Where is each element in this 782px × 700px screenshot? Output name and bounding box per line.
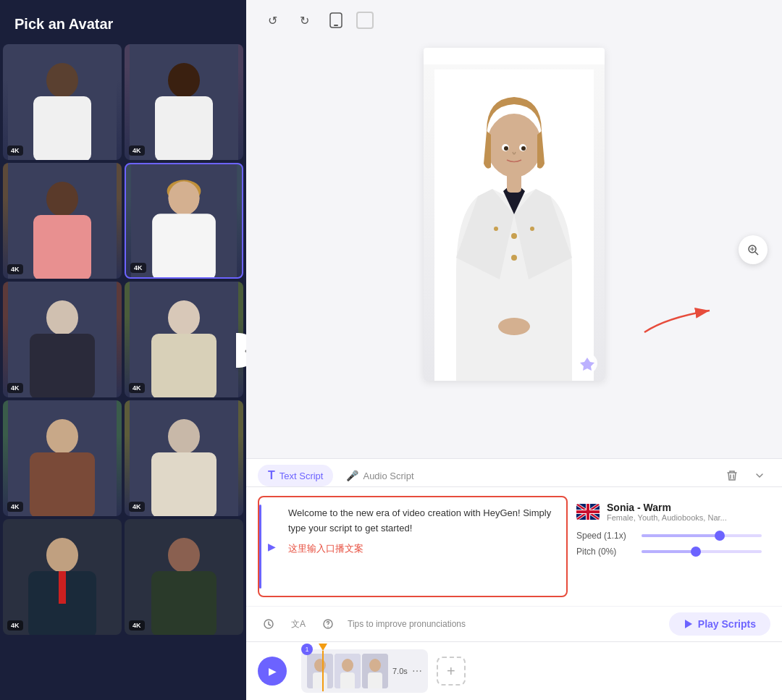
preview-canvas — [246, 41, 782, 458]
svg-rect-25 — [151, 452, 216, 516]
undo-button[interactable]: ↺ — [261, 9, 284, 32]
history-button[interactable] — [258, 613, 279, 635]
avatar-figure — [126, 164, 242, 277]
svg-rect-32 — [151, 571, 216, 635]
avatar-badge-7: 4K — [7, 502, 23, 512]
main-content-panel: ↺ ↻ — [246, 0, 782, 700]
svg-point-15 — [46, 300, 78, 335]
voice-name: Sonia - Warm — [607, 502, 727, 513]
speed-slider-track[interactable] — [642, 534, 762, 537]
script-chinese-text: 这里输入口播文案 — [288, 542, 558, 555]
redo-button[interactable]: ↻ — [293, 9, 316, 32]
translate-icon: 文A — [291, 618, 306, 631]
avatar-preview-figure — [424, 64, 605, 381]
svg-point-12 — [169, 181, 200, 215]
avatar-badge-4: 4K — [130, 263, 146, 273]
pitch-slider-thumb[interactable] — [691, 547, 701, 557]
svg-rect-16 — [30, 334, 95, 397]
text-icon: T — [268, 469, 275, 482]
aspect-ratio-selector[interactable] — [356, 12, 374, 29]
avatar-item-7[interactable]: 4K — [3, 400, 122, 516]
avatar-item-3[interactable]: 4K — [3, 163, 122, 279]
svg-point-63 — [369, 659, 381, 672]
timeline-needle-line — [322, 651, 324, 691]
svg-point-46 — [530, 227, 534, 231]
avatar-item-6[interactable]: 4K — [125, 282, 243, 397]
svg-line-49 — [755, 252, 758, 255]
pitch-slider-item: Pitch (0%) — [576, 547, 762, 557]
svg-rect-19 — [151, 334, 216, 397]
avatar-badge-10: 4K — [129, 620, 145, 631]
timeline-play-button[interactable]: ▶ — [258, 657, 287, 686]
script-voice-panel: T Text Script 🎤 Audio Script — [246, 458, 782, 641]
pitch-slider-track[interactable] — [642, 550, 762, 553]
svg-point-42 — [498, 318, 530, 335]
svg-point-60 — [342, 659, 353, 672]
collapse-panel-button[interactable]: ‹ — [236, 333, 246, 368]
script-border-accent — [259, 505, 261, 589]
avatar-item-8[interactable]: 4K — [125, 400, 243, 516]
avatar-preview-container — [424, 48, 605, 381]
voice-sliders: Speed (1.1x) Pitch (0%) — [576, 531, 762, 557]
tab-text-script[interactable]: T Text Script — [258, 465, 333, 486]
avatar-figure — [125, 400, 243, 516]
script-main-text: Welcome to the new era of video creation… — [288, 506, 558, 536]
avatar-item-2[interactable]: 4K — [125, 44, 243, 160]
translate-button[interactable]: 文A — [288, 613, 308, 635]
avatar-figure — [125, 519, 243, 635]
avatar-item-9[interactable]: 4K — [3, 519, 122, 635]
panel-title: Pick an Avatar — [0, 0, 246, 44]
voice-settings-panel: Sonia - Warm Female, Youth, Audiobooks, … — [568, 496, 770, 597]
avatar-badge-3: 4K — [7, 264, 23, 274]
script-footer: 文A Tips to improve pronunciations Play S… — [246, 606, 782, 641]
svg-point-55 — [327, 626, 329, 628]
clip-thumb-2 — [335, 654, 361, 688]
avatar-grid: 4K 4K 4K — [0, 44, 246, 635]
svg-rect-22 — [30, 452, 95, 516]
svg-point-45 — [494, 227, 498, 231]
script-play-icon[interactable]: ▶ — [268, 541, 276, 552]
avatar-badge-1: 4K — [7, 146, 23, 156]
svg-point-43 — [511, 233, 517, 239]
svg-rect-13 — [152, 214, 216, 277]
avatar-figure — [3, 519, 122, 635]
text-script-input-box[interactable]: ▶ Welcome to the new era of video creati… — [258, 496, 568, 597]
add-clip-button[interactable]: + — [437, 657, 466, 686]
script-inner: Welcome to the new era of video creation… — [268, 506, 558, 555]
speed-slider-thumb[interactable] — [715, 531, 725, 541]
avatar-item-10[interactable]: 4K — [125, 519, 243, 635]
timeline-panel: ▶ 1 — [246, 641, 782, 700]
svg-rect-64 — [368, 672, 382, 688]
avatar-item-1[interactable]: 4K — [3, 44, 122, 160]
svg-rect-2 — [33, 96, 91, 160]
flag-uk-icon — [576, 504, 600, 520]
svg-point-31 — [168, 538, 200, 573]
tab-actions — [721, 465, 770, 486]
arrow-indicator — [637, 296, 724, 342]
svg-point-37 — [487, 114, 542, 177]
svg-point-18 — [168, 300, 200, 335]
avatar-figure — [3, 282, 122, 397]
clip-menu-button[interactable]: ⋯ — [412, 665, 422, 677]
svg-point-44 — [511, 255, 517, 261]
zoom-button[interactable] — [739, 235, 768, 264]
avatar-item-4[interactable]: 4K — [125, 163, 243, 279]
svg-point-7 — [46, 182, 78, 216]
voice-header: Sonia - Warm Female, Youth, Audiobooks, … — [576, 502, 762, 522]
svg-rect-34 — [334, 25, 338, 26]
svg-point-1 — [46, 63, 78, 98]
play-scripts-button[interactable]: Play Scripts — [669, 612, 770, 636]
delete-script-button[interactable] — [721, 465, 743, 486]
voice-info: Sonia - Warm Female, Youth, Audiobooks, … — [607, 502, 727, 522]
tab-audio-script[interactable]: 🎤 Audio Script — [336, 465, 424, 486]
avatar-picker-panel: Pick an Avatar 4K 4K — [0, 0, 246, 700]
expand-script-button[interactable] — [749, 465, 770, 486]
avatar-badge-5: 4K — [7, 383, 23, 393]
speed-label: Speed (1.1x) — [576, 531, 634, 541]
heygen-logo — [577, 353, 597, 374]
phone-view-button[interactable] — [324, 9, 348, 32]
svg-rect-5 — [155, 96, 213, 160]
avatar-item-5[interactable]: 4K — [3, 282, 122, 397]
ai-tips-button[interactable] — [317, 613, 339, 635]
svg-rect-29 — [59, 571, 66, 604]
